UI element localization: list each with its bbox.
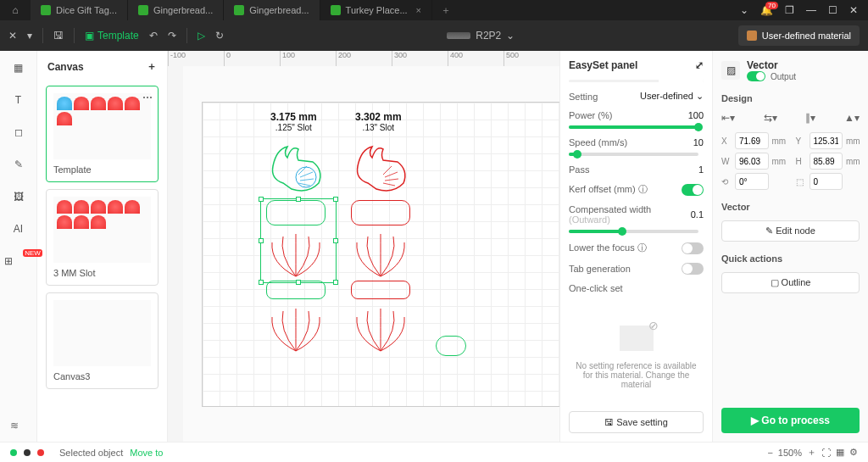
resize-handle[interactable] (333, 280, 338, 285)
kerf-toggle[interactable] (682, 184, 704, 196)
tab-0[interactable]: Dice Gift Tag... (31, 0, 128, 20)
windows-icon[interactable]: ❐ (785, 4, 794, 16)
ruler-vertical (168, 66, 183, 442)
align-left-icon[interactable]: ⇤▾ (721, 112, 735, 124)
template-button[interactable]: ▣ Template (85, 30, 139, 42)
h-input[interactable] (810, 153, 843, 170)
redo-icon[interactable]: ↷ (168, 30, 176, 42)
resize-handle[interactable] (259, 280, 264, 285)
refresh-icon[interactable]: ↻ (215, 30, 224, 42)
output-toggle[interactable] (747, 71, 765, 81)
tab-score[interactable]: Score (569, 80, 614, 82)
close-window-icon[interactable]: ✕ (849, 4, 858, 16)
notifications-icon[interactable]: 🔔70 (760, 4, 773, 16)
zoom-out-button[interactable]: − (767, 448, 772, 458)
tabgen-toggle[interactable] (682, 263, 704, 275)
resize-handle[interactable] (333, 197, 338, 202)
tab-cut[interactable]: Cut (659, 80, 704, 82)
tab-2[interactable]: Gingerbread... (224, 0, 320, 20)
close-icon[interactable]: × (413, 5, 421, 15)
y-input[interactable] (810, 132, 843, 149)
canvas-thumb-template[interactable]: ⋯ Template (46, 86, 159, 182)
text-tool-icon[interactable]: T (10, 92, 27, 109)
tab-3[interactable]: Turkey Place...× (320, 0, 432, 20)
device-selector[interactable]: R2P2 ⌄ (447, 30, 515, 42)
shape-tool-icon[interactable]: ◻ (10, 124, 27, 141)
artwork-fan[interactable] (347, 230, 415, 281)
flip-icon[interactable]: ▲▾ (844, 112, 860, 124)
artwork-swan-red[interactable] (351, 136, 410, 196)
image-tool-icon[interactable]: 🖼 (10, 188, 27, 205)
fit-icon[interactable]: ⛶ (821, 448, 831, 458)
ai-tool-icon[interactable]: AI (10, 220, 27, 237)
ruler-horizontal: -1000100200300400500 (168, 51, 559, 66)
minimize-icon[interactable]: — (806, 4, 816, 16)
canvas-thumb-canvas3[interactable]: Canvas3 (46, 292, 159, 389)
edit-node-button[interactable]: ✎ Edit node (721, 220, 860, 242)
power-slider[interactable] (569, 125, 704, 129)
tab-engrave[interactable]: Engrave (614, 80, 659, 82)
lock-aspect-icon[interactable]: mm (846, 157, 860, 166)
settings-icon[interactable]: ⚙ (849, 447, 858, 458)
artwork-slot[interactable] (351, 281, 410, 299)
corner-input[interactable] (810, 173, 843, 190)
move-to-link[interactable]: Move to (130, 448, 163, 458)
chevron-down-icon[interactable]: ⌄ (740, 4, 748, 16)
tabgen-label: Tab generation (569, 264, 631, 274)
dropdown-icon[interactable]: ▾ (27, 30, 32, 42)
x-input[interactable] (735, 132, 769, 149)
selection-bounds[interactable] (260, 198, 337, 283)
zoom-in-button[interactable]: ＋ (807, 446, 816, 459)
resize-handle[interactable] (296, 280, 301, 285)
close-file-icon[interactable]: ✕ (8, 30, 17, 42)
canvas-thumb-3mm[interactable]: 3 MM Slot (46, 189, 159, 286)
align-center-icon[interactable]: ⇆▾ (764, 112, 777, 124)
artwork-swan-blue[interactable] (266, 136, 326, 196)
play-icon[interactable]: ▷ (198, 30, 205, 42)
rot-input[interactable] (735, 173, 769, 190)
resize-handle[interactable] (259, 238, 264, 243)
pass-value[interactable]: 1 (698, 164, 704, 175)
setting-dropdown[interactable]: User-defined ⌄ (640, 91, 704, 102)
lower-focus-toggle[interactable] (682, 242, 704, 254)
material-button[interactable]: User-defined material (738, 25, 860, 46)
maximize-icon[interactable]: ☐ (828, 4, 837, 16)
mode-segment: Score Engrave Cut (569, 80, 704, 82)
grid-icon[interactable]: ▦ (836, 447, 844, 458)
device-name: R2P2 (476, 30, 501, 42)
save-setting-button[interactable]: 🖫 Save setting (569, 411, 704, 433)
layers-icon[interactable]: ≋ (10, 420, 27, 437)
comp-slider[interactable] (569, 230, 704, 233)
w-input[interactable] (735, 153, 769, 170)
speed-slider[interactable] (569, 153, 704, 156)
artwork-fan[interactable] (262, 304, 330, 355)
home-icon[interactable]: ⌂ (0, 4, 31, 16)
zoom-level[interactable]: 150% (778, 448, 802, 458)
template-label: Template (97, 30, 139, 42)
more-icon[interactable]: ⋯ (142, 92, 153, 103)
outline-button[interactable]: ▢ Outline (721, 272, 860, 293)
distribute-icon[interactable]: ∥▾ (805, 112, 815, 124)
resize-handle[interactable] (333, 238, 338, 243)
artwork-fan[interactable] (347, 304, 415, 355)
go-to-process-button[interactable]: ▶ Go to process (721, 408, 860, 433)
artwork-pill[interactable] (436, 336, 466, 356)
resize-handle[interactable] (259, 197, 264, 202)
easyset-title: EasySet panel (569, 59, 637, 71)
layer-title: Vector (747, 59, 796, 71)
layers-tool-icon[interactable]: ▦ (10, 59, 27, 76)
undo-icon[interactable]: ↶ (149, 30, 158, 42)
pen-tool-icon[interactable]: ✎ (10, 156, 27, 173)
save-icon[interactable]: 🖫 (53, 30, 64, 42)
canvas-grid[interactable]: 3.175 mm.125" Slot 3.302 mm.13" Slot (202, 102, 559, 407)
vector-layer-icon[interactable]: ▨ (721, 61, 740, 80)
apps-tool-icon[interactable]: ⊞NEW (10, 253, 27, 270)
add-canvas-button[interactable]: ＋ (147, 59, 157, 74)
resize-handle[interactable] (296, 197, 301, 202)
collapse-icon[interactable]: ⤢ (695, 59, 704, 71)
comp-value: 0.1 (691, 209, 704, 220)
tab-1[interactable]: Gingerbread... (128, 0, 224, 20)
new-tab-button[interactable]: ＋ (432, 3, 459, 18)
artwork-slot[interactable] (351, 200, 410, 225)
work-area[interactable]: -1000100200300400500 3.175 mm.125" Slot … (168, 51, 559, 442)
